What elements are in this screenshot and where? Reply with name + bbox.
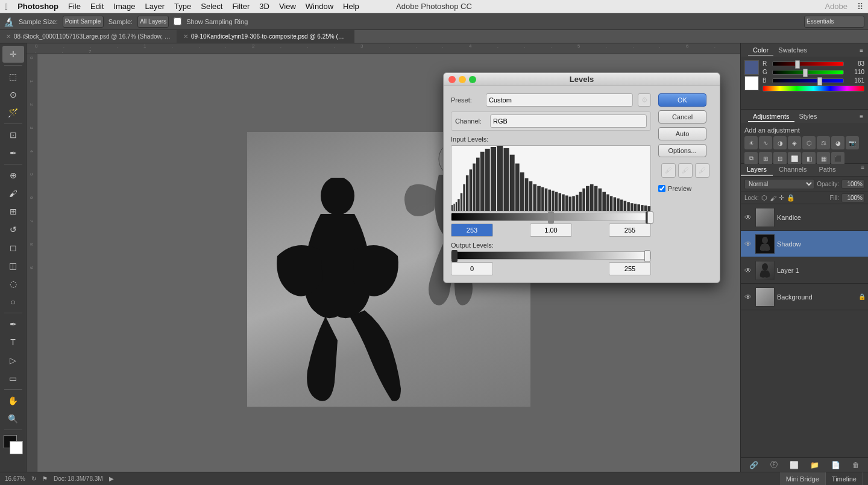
eyedropper-row: 🖋 🖋 🖋 <box>658 163 712 178</box>
svg-rect-52 <box>634 204 637 211</box>
dialog-close-btn[interactable] <box>448 76 456 83</box>
svg-rect-17 <box>497 146 503 211</box>
dialog-minimize-btn[interactable] <box>459 76 466 83</box>
dialog-body: Preset: Custom ⚙ Channel: RGB Input Leve… <box>444 86 720 283</box>
svg-rect-33 <box>565 195 568 211</box>
svg-rect-49 <box>624 201 627 211</box>
svg-rect-18 <box>503 148 509 211</box>
preview-label: Preview <box>668 185 691 192</box>
preset-label: Preset: <box>451 96 481 104</box>
svg-rect-30 <box>555 192 558 211</box>
svg-rect-28 <box>548 190 551 211</box>
auto-button[interactable]: Auto <box>658 127 706 140</box>
svg-rect-10 <box>466 175 469 211</box>
svg-rect-37 <box>579 192 582 211</box>
svg-rect-54 <box>641 205 644 211</box>
dialog-traffic-lights <box>448 76 476 83</box>
svg-rect-47 <box>617 198 620 211</box>
dialog-zoom-btn[interactable] <box>469 76 476 83</box>
options-button[interactable]: Options... <box>658 144 706 157</box>
svg-rect-13 <box>476 158 480 211</box>
svg-rect-19 <box>510 155 515 211</box>
output-slider-track[interactable] <box>451 251 651 260</box>
svg-rect-56 <box>647 206 650 211</box>
dialog-title: Levels <box>570 75 594 84</box>
output-highlight-thumb[interactable] <box>644 250 650 262</box>
svg-rect-53 <box>637 204 640 211</box>
preview-checkbox[interactable] <box>658 185 665 192</box>
svg-rect-4 <box>451 205 453 211</box>
svg-rect-31 <box>559 193 562 211</box>
eyedropper-highlight-btn[interactable]: 🖋 <box>695 163 709 178</box>
svg-rect-32 <box>562 195 565 211</box>
svg-rect-25 <box>537 186 541 211</box>
preset-select[interactable]: Custom <box>486 93 633 107</box>
histogram <box>451 145 651 211</box>
output-levels-label: Output Levels: <box>451 242 651 249</box>
input-values-row <box>451 224 651 237</box>
svg-rect-15 <box>485 149 490 211</box>
output-shadow-thumb[interactable] <box>451 250 458 262</box>
dialog-titlebar: Levels <box>444 73 720 86</box>
svg-rect-16 <box>491 147 496 211</box>
svg-rect-34 <box>569 196 572 211</box>
preset-row: Preset: Custom ⚙ <box>451 93 651 107</box>
svg-rect-40 <box>590 184 594 211</box>
dialog-overlay: Levels Preset: Custom ⚙ Channel: RGB <box>0 0 868 485</box>
levels-dialog: Levels Preset: Custom ⚙ Channel: RGB <box>443 72 720 283</box>
input-highlight-thumb[interactable] <box>647 211 653 224</box>
cancel-button[interactable]: Cancel <box>658 110 706 124</box>
svg-rect-50 <box>627 202 630 211</box>
dialog-main: Preset: Custom ⚙ Channel: RGB Input Leve… <box>451 93 651 275</box>
output-section: Output Levels: <box>451 242 651 275</box>
input-levels-label: Input Levels: <box>451 136 651 143</box>
svg-rect-41 <box>594 186 598 211</box>
output-highlight-val[interactable] <box>609 262 651 275</box>
eyedropper-midtone-btn[interactable]: 🖋 <box>678 163 693 178</box>
channel-row: Channel: RGB <box>451 111 651 131</box>
svg-rect-5 <box>453 204 454 211</box>
svg-rect-48 <box>620 199 623 211</box>
svg-rect-24 <box>533 184 536 211</box>
preview-row: Preview <box>658 185 712 192</box>
input-midtone-val[interactable] <box>530 224 572 237</box>
preset-settings-btn[interactable]: ⚙ <box>638 93 651 107</box>
svg-rect-9 <box>463 184 465 211</box>
svg-rect-39 <box>586 186 590 211</box>
svg-rect-12 <box>473 163 476 211</box>
eyedropper-shadow-btn[interactable]: 🖋 <box>661 163 676 178</box>
input-midtone-thumb[interactable] <box>548 211 554 224</box>
svg-rect-35 <box>572 196 575 211</box>
channel-select[interactable]: RGB <box>490 114 647 128</box>
svg-rect-7 <box>458 199 459 211</box>
svg-rect-22 <box>525 178 529 211</box>
input-slider-track[interactable] <box>451 213 651 221</box>
svg-rect-46 <box>614 197 617 211</box>
input-shadow-val[interactable] <box>451 224 493 237</box>
svg-rect-38 <box>582 189 585 211</box>
input-highlight-val[interactable] <box>609 224 651 237</box>
dialog-sidebar: OK Cancel Auto Options... 🖋 🖋 🖋 Preview <box>658 93 712 275</box>
svg-rect-6 <box>456 202 457 211</box>
svg-rect-43 <box>602 192 606 211</box>
svg-rect-27 <box>545 189 548 211</box>
svg-rect-55 <box>644 205 647 211</box>
svg-rect-8 <box>461 193 462 211</box>
svg-rect-44 <box>606 195 609 211</box>
channel-label: Channel: <box>455 117 485 125</box>
ok-button[interactable]: OK <box>658 93 706 107</box>
output-shadow-val[interactable] <box>451 262 493 275</box>
svg-rect-45 <box>610 196 613 211</box>
svg-rect-11 <box>470 169 473 211</box>
svg-rect-23 <box>529 181 533 211</box>
svg-rect-20 <box>515 163 520 211</box>
svg-rect-42 <box>599 189 602 211</box>
output-values-row <box>451 262 651 275</box>
svg-rect-21 <box>520 172 524 211</box>
svg-rect-14 <box>480 152 485 211</box>
svg-rect-36 <box>576 195 579 211</box>
svg-rect-26 <box>541 187 544 211</box>
svg-rect-29 <box>552 191 555 211</box>
svg-rect-51 <box>631 203 634 211</box>
